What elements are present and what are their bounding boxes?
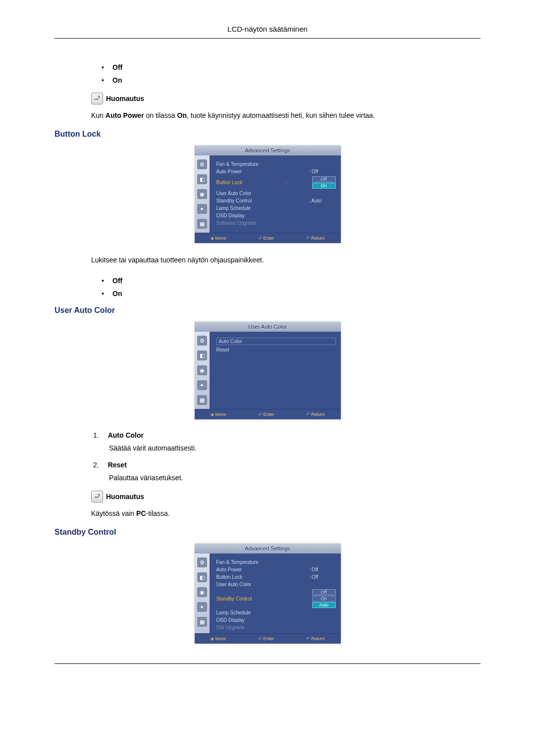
osd-item: Lamp Schedule bbox=[216, 205, 336, 211]
osd-item: Auto Power bbox=[216, 567, 309, 572]
osd-sidebar-icons: ⚙ ◧ ◉ ✦ ▦ bbox=[195, 332, 210, 409]
option-off: Off bbox=[112, 63, 122, 71]
osd-icon: ◉ bbox=[197, 365, 207, 375]
list-desc: Säätää värit automaattisesti. bbox=[109, 444, 481, 452]
osd-icon: ✦ bbox=[197, 204, 207, 214]
osd-item: Fan & Temperature bbox=[216, 161, 336, 167]
button-lock-options: Off On bbox=[102, 274, 481, 300]
osd-option-selected: On bbox=[312, 183, 336, 189]
osd-item-disabled: Software Upgrade bbox=[216, 220, 336, 226]
section-title-standby-control: Standby Control bbox=[54, 528, 481, 537]
list-number bbox=[93, 431, 99, 439]
button-lock-desc: Lukitsee tai vapauttaa tuotteen näytön o… bbox=[91, 255, 481, 265]
osd-footer: ◆ Move ⏎ Enter ↶ Return bbox=[195, 233, 341, 243]
osd-item: Fan & Temperature bbox=[216, 559, 336, 565]
note-icon bbox=[91, 93, 103, 104]
osd-title: Advanced Settings bbox=[195, 146, 341, 155]
osd-item: Lamp Schedule bbox=[216, 610, 336, 615]
list-desc: Palauttaa väriasetukset. bbox=[109, 474, 481, 482]
osd-value: : Auto bbox=[309, 198, 336, 203]
note-icon bbox=[91, 491, 103, 503]
auto-power-options: Off On bbox=[102, 61, 481, 87]
user-auto-color-list: Auto Color Säätää värit automaattisesti.… bbox=[93, 431, 481, 482]
list-label: Reset bbox=[108, 461, 127, 469]
osd-icon: ✦ bbox=[197, 602, 207, 612]
note-label: Huomautus bbox=[106, 95, 144, 102]
osd-icon: ▦ bbox=[197, 395, 207, 405]
page-footer-rule bbox=[54, 663, 481, 664]
osd-icon: ⚙ bbox=[197, 336, 207, 346]
option-off: Off bbox=[112, 277, 122, 285]
osd-item: Button Lock bbox=[216, 574, 309, 580]
osd-item: OSD Display bbox=[216, 617, 336, 623]
osd-item: Auto Power bbox=[216, 169, 309, 174]
osd-option: Off bbox=[312, 589, 336, 595]
list-number bbox=[93, 461, 99, 469]
osd-icon: ◉ bbox=[197, 587, 207, 597]
section-title-button-lock: Button Lock bbox=[54, 130, 481, 139]
osd-icon: ▦ bbox=[197, 617, 207, 627]
auto-power-note: Kun Auto Power on tilassa On, tuote käyn… bbox=[91, 110, 481, 121]
osd-item-selected: Auto Color bbox=[216, 338, 336, 345]
osd-icon: ▦ bbox=[197, 219, 207, 229]
osd-footer: ◆ Move ⏎ Enter ↶ Return bbox=[195, 409, 341, 419]
osd-item: User Auto Color bbox=[216, 582, 336, 587]
osd-icon: ◧ bbox=[197, 351, 207, 360]
osd-icon: ✦ bbox=[197, 380, 207, 390]
osd-sidebar-icons: ⚙ ◧ ◉ ✦ ▦ bbox=[195, 155, 210, 233]
osd-option-selected: Auto bbox=[312, 602, 336, 608]
osd-screenshot-standby-control: Advanced Settings ⚙ ◧ ◉ ✦ ▦ Fan & Temper… bbox=[195, 544, 341, 644]
osd-value: : Off bbox=[309, 169, 336, 174]
osd-title: Advanced Settings bbox=[195, 544, 341, 554]
osd-item: OSD Display bbox=[216, 213, 336, 218]
option-on: On bbox=[112, 76, 122, 84]
osd-icon: ⚙ bbox=[197, 557, 207, 567]
note-label: Huomautus bbox=[106, 493, 144, 501]
osd-screenshot-user-auto-color: User Auto Color ⚙ ◧ ◉ ✦ ▦ Auto Color Res… bbox=[195, 322, 341, 419]
option-on: On bbox=[112, 290, 122, 298]
osd-screenshot-button-lock: Advanced Settings ⚙ ◧ ◉ ✦ ▦ Fan & Temper… bbox=[195, 146, 341, 243]
osd-footer: ◆ Move ⏎ Enter ↶ Return bbox=[195, 633, 341, 644]
osd-item: Reset bbox=[216, 347, 336, 353]
osd-value: : Off bbox=[309, 567, 336, 572]
page-header: LCD-näytön säätäminen bbox=[54, 25, 481, 39]
osd-icon: ◧ bbox=[197, 174, 207, 184]
list-label: Auto Color bbox=[108, 431, 144, 439]
osd-value: : Off bbox=[309, 574, 336, 580]
osd-item: User Auto Color bbox=[216, 191, 336, 196]
osd-sidebar-icons: ⚙ ◧ ◉ ✦ ▦ bbox=[195, 554, 210, 633]
osd-item-selected: Standby Control bbox=[216, 596, 285, 602]
osd-icon: ◧ bbox=[197, 572, 207, 582]
osd-icon: ◉ bbox=[197, 189, 207, 199]
user-auto-color-note: Käytössä vain PC-tilassa. bbox=[91, 508, 481, 519]
osd-icon: ⚙ bbox=[197, 159, 207, 169]
osd-title: User Auto Color bbox=[195, 322, 341, 332]
osd-option: Off bbox=[312, 176, 336, 182]
osd-item-selected: Button Lock bbox=[216, 180, 285, 185]
section-title-user-auto-color: User Auto Color bbox=[54, 306, 481, 315]
osd-option: On bbox=[312, 596, 336, 602]
osd-item: Standby Control bbox=[216, 198, 309, 203]
osd-item-disabled: SW Upgrade bbox=[216, 625, 336, 630]
